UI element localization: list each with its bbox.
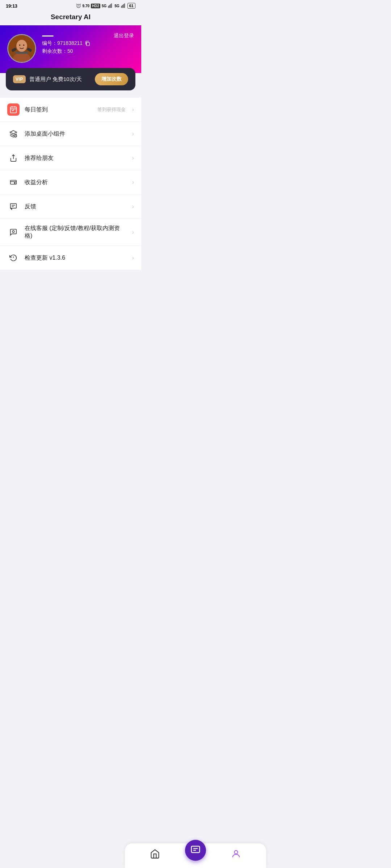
svg-rect-2 [109, 5, 110, 8]
checkin-sub: 签到获得现金 [97, 106, 126, 113]
feedback-icon [7, 200, 20, 213]
menu-item-desktop-widget[interactable]: 添加桌面小组件 › [0, 122, 141, 146]
signal2-icon [121, 3, 126, 8]
share-icon [7, 152, 20, 164]
svg-rect-1 [108, 6, 109, 8]
update-icon [7, 252, 20, 264]
wallet-icon [7, 176, 20, 188]
svg-rect-7 [123, 4, 124, 8]
profile-remaining: 剩余次数：50 [42, 48, 134, 55]
customer-service-label: 在线客服 (定制/反馈/教程/获取内测资格) [25, 225, 127, 240]
checkin-chevron-icon: › [132, 106, 134, 113]
app-header: Secretary AI [0, 10, 141, 25]
app-title: Secretary AI [51, 13, 91, 21]
svg-rect-5 [121, 6, 122, 8]
menu-list: 每日签到 签到获得现金 › 添加桌面小组件 › [0, 98, 141, 270]
widget-label: 添加桌面小组件 [25, 130, 127, 138]
feedback-chevron-icon: › [132, 203, 134, 210]
svg-point-26 [12, 230, 14, 233]
svg-rect-17 [87, 42, 89, 46]
svg-rect-16 [15, 52, 29, 54]
vip-plan-text: 普通用户 免费10次/天 [29, 76, 82, 83]
svg-rect-6 [122, 5, 123, 8]
menu-section: 每日签到 签到获得现金 › 添加桌面小组件 › [0, 98, 141, 270]
menu-item-daily-checkin[interactable]: 每日签到 签到获得现金 › [0, 98, 141, 122]
svg-rect-25 [10, 204, 17, 208]
alarm-icon [76, 3, 81, 8]
svg-point-13 [23, 44, 25, 46]
earnings-chevron-icon: › [132, 179, 134, 186]
menu-item-earnings[interactable]: 收益分析 › [0, 170, 141, 195]
avatar-image [8, 34, 35, 63]
earnings-label: 收益分析 [25, 179, 127, 186]
profile-id: 编号：971838211 [42, 40, 134, 47]
status-bar: 19:13 9.70 HD2 5G 5G 61 [0, 0, 141, 10]
support-icon [7, 226, 20, 238]
copy-id-button[interactable] [85, 41, 91, 46]
svg-rect-4 [112, 4, 112, 8]
signal1-icon [108, 3, 113, 8]
menu-item-feedback[interactable]: 反馈 › [0, 195, 141, 219]
recommend-chevron-icon: › [132, 155, 134, 161]
checkin-label: 每日签到 [25, 106, 92, 114]
vip-card: VIP 普通用户 免费10次/天 增加次数 [6, 68, 135, 90]
feedback-label: 反馈 [25, 203, 127, 210]
avatar [7, 34, 36, 63]
vip-badge: VIP [13, 75, 26, 83]
logout-button[interactable]: 退出登录 [114, 33, 134, 39]
customer-service-chevron-icon: › [132, 229, 134, 235]
menu-item-customer-service[interactable]: 在线客服 (定制/反馈/教程/获取内测资格) › [0, 219, 141, 246]
svg-point-10 [16, 40, 27, 52]
widget-chevron-icon: › [132, 131, 134, 137]
vip-left: VIP 普通用户 免费10次/天 [13, 75, 82, 83]
svg-rect-8 [124, 4, 125, 8]
checkin-icon [7, 103, 20, 116]
avatar-wrapper [7, 34, 36, 63]
menu-item-check-update[interactable]: 检查更新 v1.3.6 › [0, 246, 141, 270]
upgrade-button[interactable]: 增加次数 [95, 73, 128, 85]
status-icons: 9.70 HD2 5G 5G 61 [76, 3, 135, 9]
menu-item-recommend[interactable]: 推荐给朋友 › [0, 146, 141, 170]
update-chevron-icon: › [132, 255, 134, 261]
network-speed: 9.70 [83, 4, 89, 8]
svg-rect-3 [110, 4, 111, 8]
profile-name-line [42, 35, 54, 37]
svg-point-24 [14, 182, 15, 183]
svg-point-12 [19, 44, 21, 46]
status-time: 19:13 [6, 3, 17, 9]
recommend-label: 推荐给朋友 [25, 154, 127, 162]
update-label: 检查更新 v1.3.6 [25, 254, 127, 262]
profile-banner: 编号：971838211 剩余次数：50 退出登录 [0, 25, 141, 73]
widget-icon [7, 128, 20, 140]
